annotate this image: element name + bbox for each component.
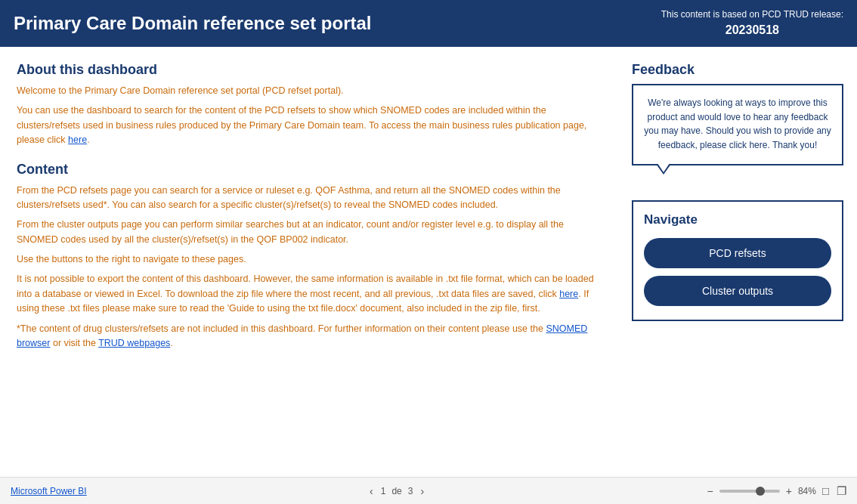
page-current: 1 (381, 486, 386, 496)
content-heading: Content (17, 162, 606, 178)
release-number: 20230518 (661, 21, 843, 39)
page-separator: de (391, 486, 401, 496)
about-heading: About this dashboard (17, 62, 606, 78)
zoom-minus-icon[interactable]: − (707, 485, 713, 497)
fullscreen-icon[interactable]: ❐ (837, 484, 846, 498)
content-para5-mid: or visit the (50, 338, 98, 348)
content-here-link[interactable]: here (559, 289, 578, 299)
zoom-thumb (756, 487, 765, 496)
content-para1: From the PCD refsets page you can search… (17, 184, 606, 213)
release-label: This content is based on PCD TRUD releas… (661, 8, 843, 21)
navigate-section: Navigate PCD refsets Cluster outputs (632, 200, 843, 321)
content-para3: Use the buttons to the right to navigate… (17, 252, 606, 267)
feedback-box: We're always looking at ways to improve … (632, 84, 843, 165)
zoom-percent: 84% (798, 486, 816, 496)
feedback-section: Feedback We're always looking at ways to… (632, 62, 843, 165)
header-release: This content is based on PCD TRUD releas… (661, 8, 843, 39)
next-page-button[interactable]: › (419, 485, 425, 497)
feedback-heading: Feedback (632, 62, 843, 78)
content-para5-start: *The content of drug clusters/refsets ar… (17, 323, 546, 334)
footer: Microsoft Power BI ‹ 1 de 3 › − + 84% □ … (0, 477, 857, 504)
content-para5-end: . (170, 338, 172, 348)
header-title: Primary Care Domain reference set portal (14, 13, 372, 35)
feedback-text: We're always looking at ways to improve … (642, 96, 833, 152)
fit-page-icon[interactable]: □ (822, 484, 829, 497)
content-para5: *The content of drug clusters/refsets ar… (17, 322, 606, 351)
footer-right: − + 84% □ ❐ (707, 484, 846, 498)
about-para2: You can use the dashboard to search for … (17, 104, 606, 147)
powerbi-link[interactable]: Microsoft Power BI (11, 486, 87, 496)
header: Primary Care Domain reference set portal… (0, 0, 857, 47)
zoom-slider[interactable] (719, 490, 780, 493)
pcd-refsets-button[interactable]: PCD refsets (644, 238, 831, 268)
trud-webpages-link[interactable]: TRUD webpages (98, 338, 170, 348)
zoom-plus-icon[interactable]: + (786, 485, 792, 497)
footer-pagination: ‹ 1 de 3 › (368, 485, 425, 497)
navigate-box: Navigate PCD refsets Cluster outputs (632, 200, 843, 321)
content-section: Content From the PCD refsets page you ca… (17, 162, 606, 351)
page-total: 3 (408, 486, 413, 496)
left-panel: About this dashboard Welcome to the Prim… (0, 47, 623, 477)
navigate-heading: Navigate (644, 212, 831, 227)
content-para2: From the cluster outputs page you can pe… (17, 218, 606, 247)
main-content: About this dashboard Welcome to the Prim… (0, 47, 857, 477)
about-para2-text: You can use the dashboard to search for … (17, 105, 586, 145)
about-here-link[interactable]: here (68, 135, 87, 145)
footer-icons: □ ❐ (822, 484, 846, 498)
content-para4-start: It is not possible to export the content… (17, 274, 594, 298)
cluster-outputs-button[interactable]: Cluster outputs (644, 276, 831, 306)
right-panel: Feedback We're always looking at ways to… (623, 47, 857, 477)
about-para1: Welcome to the Primary Care Domain refer… (17, 84, 606, 98)
about-section: About this dashboard Welcome to the Prim… (17, 62, 606, 148)
content-para4: It is not possible to export the content… (17, 272, 606, 316)
footer-left: Microsoft Power BI (11, 485, 87, 496)
prev-page-button[interactable]: ‹ (368, 485, 375, 497)
about-para2-end: . (87, 135, 89, 145)
